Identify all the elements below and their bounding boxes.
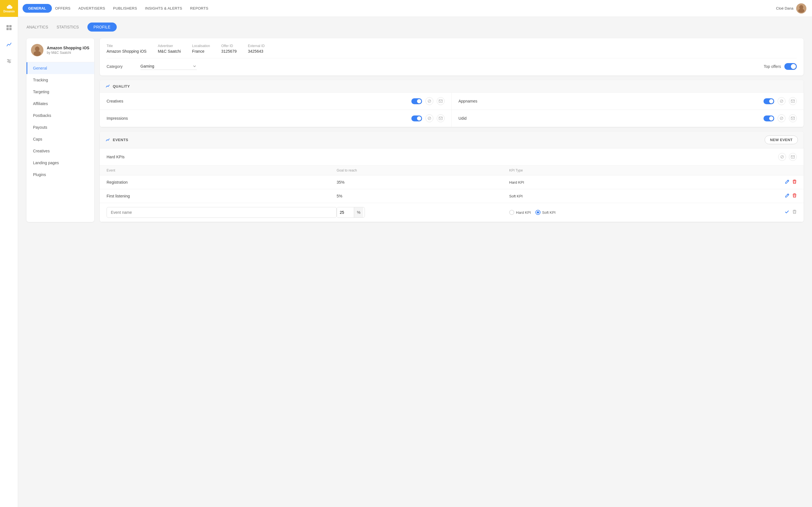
hard-kpis-actions <box>778 153 797 161</box>
radio-hard-kpi-circle <box>509 210 514 215</box>
sidebar-icon-puzzle[interactable] <box>4 56 14 66</box>
info-external-id-label: External ID <box>248 44 264 48</box>
info-title-label: Title <box>107 44 147 48</box>
percent-input[interactable] <box>337 207 354 217</box>
quality-name-appnames: Appnames <box>458 99 763 103</box>
tab-analytics[interactable]: ANALYTICS <box>27 24 48 31</box>
kpi-table-header: Event Goal to reach KPI Type <box>100 166 804 175</box>
profile-menu-landing-pages[interactable]: Landing pages <box>27 157 94 169</box>
user-avatar[interactable] <box>796 3 806 13</box>
quality-toggle-udid[interactable] <box>763 115 774 121</box>
radio-soft-kpi-circle <box>536 210 541 215</box>
sidebar-icon-grid[interactable] <box>4 22 14 33</box>
quality-item-creatives: Creatives <box>100 93 452 110</box>
hard-kpis-title: Hard KPIs <box>107 155 778 159</box>
kpi-col-goal: Goal to reach <box>337 168 509 172</box>
quality-block-appnames[interactable] <box>777 97 785 105</box>
profile-nav-header: Amazon Shopping iOS by M&C Saatchi <box>27 38 94 62</box>
info-advertiser-label: Advertiser <box>158 44 181 48</box>
event-name-input[interactable] <box>107 207 337 218</box>
profile-menu-general[interactable]: General <box>27 62 94 74</box>
profile-menu-affiliates[interactable]: Affiliates <box>27 98 94 110</box>
info-localisation-value: France <box>192 49 210 54</box>
quality-section-title: QUALITY <box>113 84 130 89</box>
radio-soft-kpi[interactable]: Soft KPI <box>536 210 556 215</box>
quality-block-udid[interactable] <box>777 114 785 122</box>
right-panel: Title Amazon Shopping iOS Advertiser M&C… <box>100 38 804 222</box>
general-nav-button[interactable]: GENERAL <box>22 4 52 13</box>
edit-first-listening-button[interactable] <box>785 193 790 199</box>
kpi-row-registration: Registration 35% Hard KPI <box>100 175 804 189</box>
main-content: ANALYTICS STATISTICS PROFILE Amazon Shop… <box>18 17 812 507</box>
edit-registration-button[interactable] <box>785 179 790 185</box>
quality-name-udid: Udid <box>458 116 763 121</box>
tab-profile[interactable]: PROFILE <box>87 22 117 32</box>
quality-controls-appnames <box>763 97 797 105</box>
nav-link-insights[interactable]: INSIGHTS & ALERTS <box>145 6 182 10</box>
svg-rect-21 <box>791 117 795 120</box>
kpi-actions-first-listening <box>682 193 797 199</box>
profile-menu-targeting[interactable]: Targeting <box>27 86 94 98</box>
profile-offer-name: Amazon Shopping iOS <box>47 46 89 50</box>
svg-rect-6 <box>9 28 11 30</box>
new-event-button[interactable]: NEW EVENT <box>765 135 798 144</box>
events-section-header: EVENTS NEW EVENT <box>100 131 804 149</box>
quality-item-udid: Udid <box>452 110 804 127</box>
quality-grid: Creatives <box>100 93 804 127</box>
hard-kpis-block-btn[interactable] <box>778 153 786 161</box>
quality-mail-appnames[interactable] <box>789 97 797 105</box>
profile-menu-postbacks[interactable]: Postbacks <box>27 110 94 121</box>
kpi-event-registration: Registration <box>107 180 337 184</box>
content-layout: Amazon Shopping iOS by M&C Saatchi Gener… <box>27 38 804 222</box>
svg-line-11 <box>428 100 430 102</box>
kpi-col-actions <box>682 168 797 172</box>
quality-toggle-creatives[interactable] <box>411 98 422 104</box>
profile-menu-creatives[interactable]: Creatives <box>27 145 94 157</box>
profile-offer-sub: by M&C Saatchi <box>47 51 89 55</box>
nav-link-reports[interactable]: REPORTS <box>190 6 208 10</box>
svg-rect-15 <box>791 100 795 103</box>
quality-mail-udid[interactable] <box>789 114 797 122</box>
quality-toggle-impressions[interactable] <box>411 115 422 121</box>
sidebar-icon-chart[interactable] <box>4 40 14 50</box>
cancel-new-event-button[interactable] <box>792 210 797 215</box>
nav-link-publishers[interactable]: PUBLISHERS <box>113 6 137 10</box>
info-external-id-value: 3425643 <box>248 49 264 54</box>
confirm-new-event-button[interactable] <box>784 209 790 216</box>
svg-line-17 <box>428 117 430 119</box>
profile-menu-caps[interactable]: Caps <box>27 133 94 145</box>
nav-user-name: Cloé Dana <box>776 6 794 10</box>
category-select[interactable]: Gaming <box>140 63 197 70</box>
events-section: EVENTS NEW EVENT Hard KPIs <box>100 131 804 222</box>
nav-link-advertisers[interactable]: ADVERTISERS <box>79 6 105 10</box>
svg-rect-24 <box>791 156 795 158</box>
kpi-event-first-listening: First listening <box>107 194 337 198</box>
info-offer-id-label: Offer ID <box>221 44 237 48</box>
left-sidebar <box>0 17 18 507</box>
tab-statistics[interactable]: STATISTICS <box>57 24 79 31</box>
profile-menu-payouts[interactable]: Payouts <box>27 121 94 133</box>
top-offers-toggle[interactable] <box>784 63 797 70</box>
quality-controls-impressions <box>411 114 445 122</box>
nav-user-area: Cloé Dana <box>776 3 806 13</box>
svg-line-23 <box>781 156 783 158</box>
hard-kpis-mail-btn[interactable] <box>789 153 797 161</box>
svg-rect-5 <box>6 28 9 30</box>
quality-block-impressions[interactable] <box>425 114 434 122</box>
events-trend-icon <box>105 138 110 142</box>
delete-registration-button[interactable] <box>792 179 797 185</box>
quality-block-creatives[interactable] <box>425 97 434 105</box>
quality-controls-creatives <box>411 97 445 105</box>
profile-menu-plugins[interactable]: Plugins <box>27 169 94 180</box>
svg-line-28 <box>788 194 788 195</box>
category-label: Category <box>107 64 129 69</box>
nav-link-offers[interactable]: OFFERS <box>55 6 71 10</box>
quality-toggle-appnames[interactable] <box>763 98 774 104</box>
quality-mail-impressions[interactable] <box>437 114 445 122</box>
svg-point-2 <box>798 9 804 13</box>
trend-up-icon <box>105 84 110 89</box>
profile-menu-tracking[interactable]: Tracking <box>27 74 94 86</box>
radio-hard-kpi[interactable]: Hard KPI <box>509 210 531 215</box>
quality-mail-creatives[interactable] <box>437 97 445 105</box>
delete-first-listening-button[interactable] <box>792 193 797 199</box>
